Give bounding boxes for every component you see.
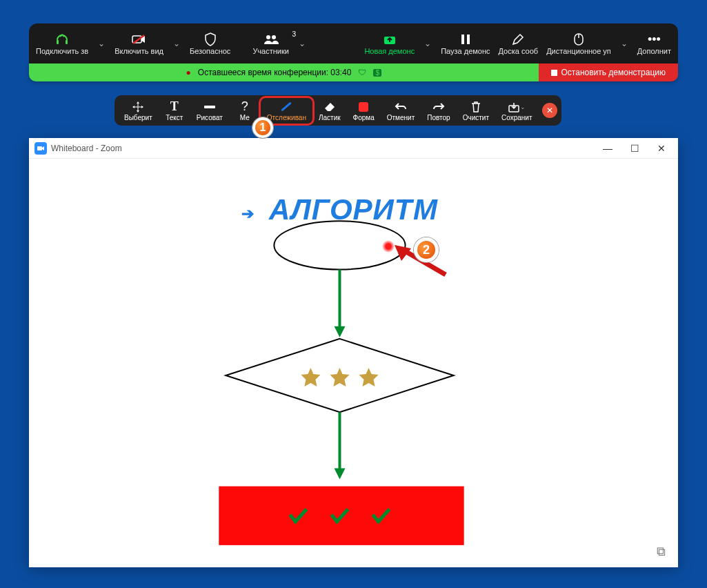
headphones-icon (55, 32, 69, 47)
new-share-button[interactable]: Новая демонс (360, 29, 419, 58)
annotation-toolbar: Выберит T Текст Рисоват ? Ме Отслеживан … (114, 95, 561, 126)
remaining-time-label: Оставшееся время конференции: 03:40 (198, 68, 352, 77)
more-button[interactable]: ••• Дополнит (633, 29, 675, 58)
stop-icon (551, 70, 557, 76)
svg-rect-15 (37, 146, 42, 150)
whiteboard-canvas[interactable]: ➔ АЛГОРИТМ (29, 159, 678, 567)
audio-button[interactable]: Подключить зв (32, 29, 92, 58)
video-button[interactable]: Включить вид (110, 29, 168, 58)
svg-rect-7 (461, 35, 464, 44)
question-icon: ? (241, 100, 248, 114)
svg-rect-1 (66, 40, 68, 44)
clear-tool[interactable]: Очистит (457, 99, 495, 123)
security-button[interactable]: Безопаснос (186, 29, 235, 58)
participants-count: 3 (292, 30, 296, 38)
shield-check-icon: 🛡 (358, 68, 366, 77)
undo-tool[interactable]: Отменит (381, 99, 420, 123)
whiteboard-heading: АЛГОРИТМ (269, 193, 438, 226)
redo-icon (432, 100, 445, 114)
window-titlebar[interactable]: Whiteboard - Zoom — ☐ ✕ (29, 138, 678, 159)
time-remaining: ● Оставшееся время конференции: 03:40 🛡 … (29, 63, 539, 81)
participants-caret[interactable]: ⌄ (293, 39, 311, 48)
stop-share-button[interactable]: Остановить демонстрацию (539, 63, 678, 81)
share-up-icon (384, 32, 396, 47)
remote-control-button[interactable]: Дистанционное уп (542, 29, 615, 58)
pause-icon (461, 32, 470, 47)
format-tool[interactable]: Форма (348, 99, 380, 123)
blue-arrow-icon: ➔ (241, 205, 254, 223)
move-icon (132, 100, 143, 114)
spotlight-icon (280, 100, 292, 114)
svg-point-5 (272, 35, 276, 39)
eraser-icon (323, 100, 336, 114)
remote-caret[interactable]: ⌄ (615, 39, 633, 48)
eraser-tool[interactable]: Ластик (313, 99, 346, 123)
new-page-icon: ⧉ (657, 545, 666, 558)
callout-badge-1: 1 (252, 117, 273, 138)
svg-rect-8 (467, 35, 470, 44)
share-status-bar: ● Оставшееся время конференции: 03:40 🛡 … (29, 63, 678, 81)
participants-icon (263, 32, 279, 47)
save-icon: ⌄ (508, 100, 526, 114)
record-icon: ● (186, 68, 191, 77)
callout-badge-2: 2 (414, 237, 439, 262)
shield-icon (204, 32, 217, 47)
video-off-icon (132, 32, 147, 47)
trash-icon (471, 100, 481, 114)
stamp-tool[interactable]: ? Ме (230, 99, 260, 123)
text-icon: T (170, 100, 179, 114)
whiteboard-window: Whiteboard - Zoom — ☐ ✕ ➔ АЛГОРИТМ (29, 138, 678, 567)
meeting-controls-toolbar: Подключить зв ⌄ Включить вид ⌄ Безопасно… (29, 23, 678, 63)
svg-rect-0 (57, 40, 59, 44)
close-icon: ✕ (546, 106, 553, 115)
participants-button[interactable]: Участники 3 (248, 29, 293, 58)
maximize-button[interactable]: ☐ (624, 140, 646, 157)
pause-share-button[interactable]: Пауза демонс (437, 29, 494, 58)
pencil-icon (512, 32, 524, 47)
redo-tool[interactable]: Повтор (421, 99, 455, 123)
close-window-button[interactable]: ✕ (650, 140, 673, 157)
draw-tool[interactable]: Рисоват (191, 99, 228, 123)
select-tool[interactable]: Выберит (119, 99, 158, 123)
text-tool[interactable]: T Текст (159, 99, 190, 123)
window-title: Whiteboard - Zoom (51, 144, 122, 153)
zoom-icon (34, 142, 47, 155)
audio-caret[interactable]: ⌄ (92, 39, 110, 48)
svg-point-4 (266, 35, 270, 39)
color-icon (359, 100, 368, 114)
line-icon (203, 100, 217, 114)
save-tool[interactable]: ⌄ Сохранит (496, 99, 537, 123)
close-annotation-button[interactable]: ✕ (542, 103, 557, 118)
minimize-button[interactable]: — (596, 140, 619, 157)
share-caret[interactable]: ⌄ (419, 39, 437, 48)
dollar-icon: $ (373, 69, 381, 77)
svg-marker-18 (334, 326, 345, 337)
mouse-icon (574, 32, 584, 47)
video-caret[interactable]: ⌄ (168, 39, 186, 48)
undo-icon (395, 100, 407, 114)
svg-marker-21 (334, 469, 345, 480)
svg-rect-13 (204, 106, 215, 108)
more-icon: ••• (648, 32, 661, 47)
whiteboard-button[interactable]: Доска сооб (495, 29, 543, 58)
new-page-button[interactable]: ⧉ (657, 545, 666, 559)
